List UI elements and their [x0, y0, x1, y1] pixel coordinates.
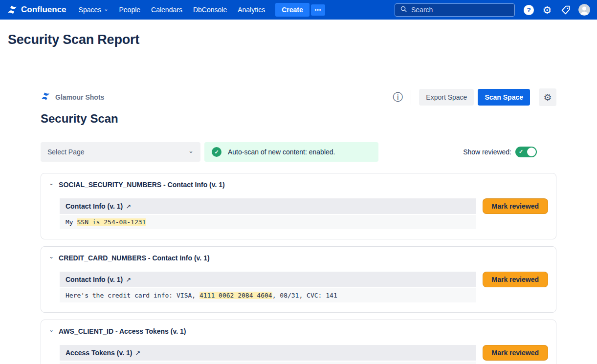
- snippet-prefix: Here's the credit card info: VISA,: [66, 292, 199, 299]
- header-actions: ⓘ Export Space Scan Space ⚙: [393, 88, 556, 106]
- nav-icon-group: ? ⚙: [523, 4, 590, 16]
- snippet-prefix: My: [66, 218, 77, 226]
- external-link-icon[interactable]: ↗: [135, 349, 140, 357]
- tag-icon[interactable]: [560, 4, 572, 16]
- confluence-logo[interactable]: Confluence: [7, 4, 66, 15]
- finding-title: AWS_CLIENT_ID - Access Tokens (v. 1): [59, 327, 186, 335]
- space-breadcrumb[interactable]: Glamour Shots: [41, 91, 104, 103]
- excerpt-block: Contact Info (v. 1) ↗ My SSN is 254-08-1…: [60, 198, 476, 229]
- select-page-label: Select Page: [47, 148, 85, 156]
- main-content: Glamour Shots ⓘ Export Space Scan Space …: [41, 88, 556, 364]
- export-space-button[interactable]: Export Space: [419, 89, 474, 106]
- excerpt-source-label: Contact Info (v. 1): [66, 202, 123, 210]
- gear-icon: ⚙: [543, 93, 552, 102]
- page-title: Security Scan Report: [8, 32, 589, 47]
- mark-reviewed-button[interactable]: Mark reviewed: [483, 272, 549, 287]
- excerpt-source[interactable]: Access Tokens (v. 1) ↗: [60, 345, 476, 361]
- finding-card-header[interactable]: ⌄ SOCIAL_SECURITY_NUMBERS - Contact Info…: [49, 181, 548, 189]
- finding-card-body: Access Tokens (v. 1) ↗ AWS Key: AKIA3WAX…: [49, 345, 548, 364]
- help-icon[interactable]: ?: [523, 4, 534, 16]
- snippet-highlight: 4111 0062 2084 4604: [199, 292, 272, 299]
- excerpt-snippet: My SSN is 254-08-1231: [60, 215, 476, 229]
- check-icon: ✓: [519, 149, 523, 155]
- settings-button[interactable]: ⚙: [539, 88, 556, 106]
- controls-row: Select Page ⌄ ✓ Auto-scan of new content…: [41, 142, 556, 162]
- chevron-down-icon: ⌄: [188, 147, 194, 154]
- gear-glyph: ⚙: [543, 5, 552, 15]
- finding-title: SOCIAL_SECURITY_NUMBERS - Contact Info (…: [59, 181, 225, 189]
- excerpt-source[interactable]: Contact Info (v. 1) ↗: [60, 198, 476, 214]
- finding-card-header[interactable]: ⌄ AWS_CLIENT_ID - Access Tokens (v. 1): [49, 327, 548, 335]
- nav-item-dbconsole[interactable]: DbConsole: [188, 0, 232, 20]
- gear-icon[interactable]: ⚙: [541, 4, 553, 16]
- search-icon: [400, 5, 407, 15]
- user-avatar[interactable]: [578, 4, 590, 16]
- mark-reviewed-button[interactable]: Mark reviewed: [483, 198, 549, 214]
- chevron-down-icon: ⌄: [49, 180, 54, 187]
- toggle-knob: [527, 148, 536, 156]
- external-link-icon[interactable]: ↗: [126, 276, 131, 283]
- excerpt-block: Contact Info (v. 1) ↗ Here's the credit …: [60, 272, 476, 302]
- autoscan-banner: ✓ Auto-scan of new content: enabled.: [204, 142, 378, 162]
- finding-card-header[interactable]: ⌄ CREDIT_CARD_NUMBERS - Contact Info (v.…: [49, 254, 548, 262]
- nav-item-people[interactable]: People: [113, 0, 146, 20]
- findings-list: ⌄ SOCIAL_SECURITY_NUMBERS - Contact Info…: [41, 173, 556, 364]
- check-glyph: ✓: [214, 149, 219, 155]
- scan-space-button[interactable]: Scan Space: [478, 89, 530, 106]
- nav-item-analytics[interactable]: Analytics: [232, 0, 270, 20]
- show-reviewed-toggle[interactable]: ✓: [515, 147, 537, 157]
- chevron-down-icon: ⌄: [49, 326, 54, 333]
- space-name: Glamour Shots: [55, 93, 104, 101]
- excerpt-source-label: Access Tokens (v. 1): [66, 349, 132, 357]
- finding-card-body: Contact Info (v. 1) ↗ My SSN is 254-08-1…: [49, 198, 548, 229]
- show-reviewed-label: Show reviewed:: [463, 148, 511, 156]
- space-icon: [41, 91, 50, 103]
- mark-reviewed-button[interactable]: Mark reviewed: [483, 345, 549, 361]
- finding-card: ⌄ SOCIAL_SECURITY_NUMBERS - Contact Info…: [41, 173, 556, 239]
- select-page-dropdown[interactable]: Select Page ⌄: [41, 142, 200, 162]
- svg-text:?: ?: [527, 6, 531, 14]
- chevron-down-icon: ⌄: [104, 6, 108, 12]
- nav-item-calendars[interactable]: Calendars: [146, 0, 188, 20]
- content-header: Glamour Shots ⓘ Export Space Scan Space …: [41, 88, 556, 106]
- search-input[interactable]: [411, 6, 509, 14]
- section-heading: Security Scan: [41, 112, 556, 126]
- finding-card: ⌄ CREDIT_CARD_NUMBERS - Contact Info (v.…: [41, 246, 556, 313]
- top-navigation: Confluence Spaces ⌄ People Calendars DbC…: [0, 0, 597, 20]
- brand-name: Confluence: [21, 5, 66, 15]
- show-reviewed-control: Show reviewed: ✓: [463, 147, 556, 157]
- info-icon[interactable]: ⓘ: [393, 90, 403, 104]
- nav-item-spaces[interactable]: Spaces ⌄: [73, 0, 114, 20]
- divider: [411, 90, 411, 105]
- finding-card: ⌄ AWS_CLIENT_ID - Access Tokens (v. 1) A…: [41, 320, 556, 364]
- search-box[interactable]: [395, 3, 515, 17]
- confluence-logo-icon: [7, 4, 18, 15]
- create-more-button[interactable]: •••: [311, 4, 326, 16]
- excerpt-source-label: Contact Info (v. 1): [66, 276, 123, 283]
- excerpt-snippet: Here's the credit card info: VISA, 4111 …: [60, 288, 476, 302]
- autoscan-text: Auto-scan of new content: enabled.: [228, 148, 335, 156]
- create-button[interactable]: Create: [275, 3, 310, 17]
- excerpt-block: Access Tokens (v. 1) ↗ AWS Key: AKIA3WAX…: [60, 345, 476, 364]
- check-circle-icon: ✓: [212, 147, 221, 157]
- excerpt-snippet: AWS Key: AKIA3WAXW700SMVLM4YX: [60, 362, 476, 364]
- chevron-down-icon: ⌄: [49, 253, 54, 260]
- finding-title: CREDIT_CARD_NUMBERS - Contact Info (v. 1…: [59, 254, 210, 262]
- snippet-suffix: , 08/31, CVC: 141: [272, 292, 337, 299]
- external-link-icon[interactable]: ↗: [126, 203, 131, 210]
- snippet-highlight: SSN is 254-08-1231: [77, 218, 146, 226]
- finding-card-body: Contact Info (v. 1) ↗ Here's the credit …: [49, 272, 548, 302]
- excerpt-source[interactable]: Contact Info (v. 1) ↗: [60, 272, 476, 287]
- nav-item-spaces-label: Spaces: [79, 0, 102, 20]
